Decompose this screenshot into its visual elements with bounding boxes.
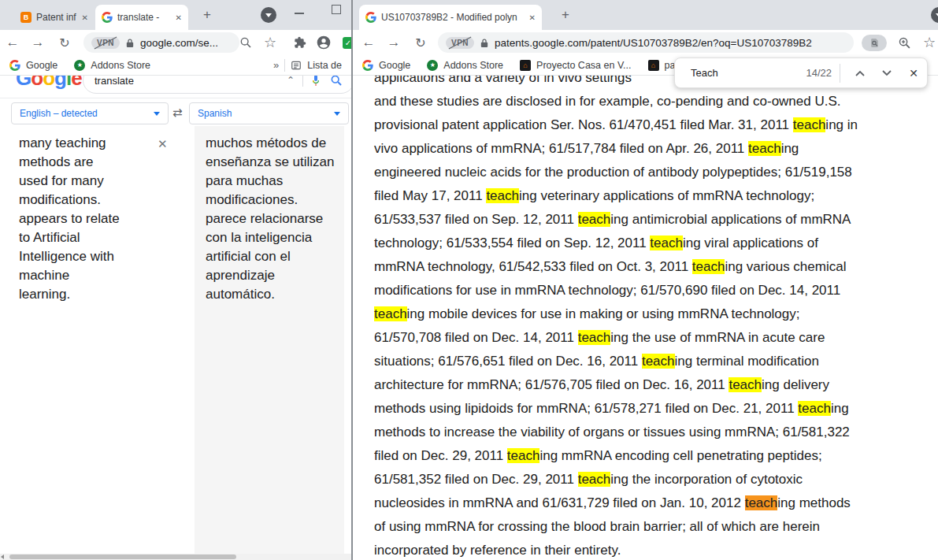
tab-patent-inf[interactable]: B Patent inf ✕: [14, 5, 95, 30]
google-g-icon: [102, 12, 113, 23]
address-bar[interactable]: VPN patents.google.com/patent/US10703789…: [438, 32, 854, 53]
patent-line: filed on Dec. 29, 2011 teaching mmRNA en…: [374, 444, 935, 468]
find-close-icon[interactable]: ✕: [900, 67, 927, 80]
bookmark-reading-list[interactable]: Lista de: [307, 60, 342, 71]
zoom-icon[interactable]: [236, 33, 255, 52]
zoom-in-icon[interactable]: [895, 33, 914, 52]
patent-line: methods to increase the viability of org…: [374, 421, 935, 444]
find-next-button[interactable]: [873, 61, 900, 85]
divider: [840, 64, 840, 83]
bookmark-star-icon[interactable]: ☆: [261, 33, 280, 52]
chevron-down-icon: [882, 70, 892, 76]
patent-line: modifications for use in mmRNA technolog…: [374, 279, 935, 302]
bookmark-proyecto-casa[interactable]: Proyecto Casa en V...: [536, 60, 631, 71]
left-tab-strip: B Patent inf ✕ translate - ✕ +: [0, 0, 351, 30]
find-query-input[interactable]: Teach: [691, 67, 806, 79]
patent-text-segment: filed May 17, 2011: [374, 188, 486, 203]
text-line: con la inteligencia: [206, 228, 335, 247]
clear-source-icon[interactable]: ✕: [158, 137, 168, 151]
text-line: modificaciones.: [206, 191, 335, 210]
google-search-page: Google translate ⌃ English – detected ⇄ …: [0, 76, 351, 560]
scroll-left-arrow-icon[interactable]: [1, 554, 4, 559]
text-line: Intelligence with: [19, 247, 120, 266]
patent-line: engineered nucleic acids for the product…: [374, 161, 935, 184]
tab-close-icon[interactable]: ✕: [529, 13, 536, 22]
text-line: used for many: [19, 172, 120, 191]
find-match-highlight: teach: [798, 401, 831, 416]
voice-search-mic-icon[interactable]: [311, 74, 321, 87]
patent-text-segment: ing viral applications of: [683, 235, 818, 250]
find-match-highlight: teach: [578, 212, 611, 227]
tab-title: translate -: [117, 12, 171, 23]
find-in-page-indicator-icon[interactable]: [862, 35, 887, 51]
horizontal-scrollbar[interactable]: [0, 554, 351, 560]
target-language-label: Spanish: [198, 108, 232, 119]
reading-list-icon: [291, 60, 302, 71]
blogger-icon: B: [20, 12, 32, 23]
tab-search-button[interactable]: [931, 7, 938, 23]
vpn-extension-badge[interactable]: VPN: [91, 37, 120, 49]
maximize-button[interactable]: [332, 5, 341, 14]
translate-source-text[interactable]: many teachingmethods areused for manymod…: [19, 134, 120, 304]
patent-line: provisional patent application Ser. Nos.…: [374, 113, 935, 137]
addons-store-icon: ★: [427, 60, 438, 71]
tab-title: Patent inf: [36, 12, 77, 23]
search-input[interactable]: translate: [95, 75, 287, 87]
address-bar[interactable]: VPN google.com/se...: [83, 32, 239, 53]
profile-avatar-icon[interactable]: [314, 33, 333, 52]
minimize-button[interactable]: [295, 13, 304, 14]
left-nav-toolbar: ← → ↻ VPN google.com/se... ☆ ✓: [0, 30, 351, 55]
reload-icon[interactable]: ↻: [55, 33, 74, 52]
google-g-icon: [362, 60, 373, 71]
bookmark-addons-store[interactable]: Addons Store: [91, 60, 150, 71]
find-previous-button[interactable]: [847, 61, 873, 85]
reload-icon[interactable]: ↻: [411, 33, 430, 52]
tab-close-icon[interactable]: ✕: [176, 13, 182, 22]
bookmark-addons-store[interactable]: Addons Store: [443, 60, 503, 71]
find-match-highlight: teach: [793, 117, 826, 132]
text-line: automático.: [206, 285, 335, 304]
tab-translate[interactable]: translate - ✕: [95, 5, 188, 30]
patent-text-segment: ing the use of mmRNA in acute care: [610, 330, 825, 345]
translate-source-panel[interactable]: many teachingmethods areused for manymod…: [0, 126, 195, 554]
text-line: methods are: [19, 153, 120, 172]
text-line: many teaching: [19, 134, 120, 153]
text-line: to Artificial: [19, 228, 120, 247]
house-favicon: ⌂: [520, 60, 531, 71]
tab-search-button[interactable]: [261, 7, 276, 23]
translate-target-text: muchos métodos deenseñanza se utilizanpa…: [206, 134, 335, 304]
magnifier-icon: [239, 36, 252, 49]
scrollbar-thumb[interactable]: [9, 554, 236, 559]
back-icon[interactable]: ←: [359, 33, 378, 52]
new-tab-button[interactable]: +: [199, 7, 215, 23]
new-tab-button[interactable]: +: [558, 7, 573, 23]
target-language-select[interactable]: Spanish: [189, 102, 349, 124]
left-browser-window: B Patent inf ✕ translate - ✕ + ← → ↻ VPN…: [0, 0, 351, 560]
bookmarks-overflow-chevron[interactable]: »: [273, 59, 279, 71]
source-language-select[interactable]: English – detected: [11, 102, 169, 124]
forward-icon[interactable]: →: [384, 33, 403, 52]
google-g-icon: [365, 12, 376, 23]
collapse-chevron-icon[interactable]: ⌃: [287, 75, 295, 86]
vpn-extension-badge[interactable]: VPN: [446, 37, 474, 49]
patent-text-segment: ing mobile devices for use in making or …: [407, 306, 800, 321]
patent-line: filed May 17, 2011 teaching veterinary a…: [374, 184, 935, 208]
patent-line: methods using lipidoids for mmRNA; 61/57…: [374, 397, 935, 421]
extension-check-icon[interactable]: ✓: [339, 33, 351, 52]
back-icon[interactable]: ←: [3, 33, 22, 52]
forward-icon[interactable]: →: [28, 33, 47, 52]
tab-close-icon[interactable]: ✕: [82, 13, 88, 22]
find-bar[interactable]: Teach 14/22 ✕: [674, 57, 928, 88]
tab-patent-us10703789b2[interactable]: US10703789B2 - Modified polyn ✕: [359, 5, 542, 30]
search-icon[interactable]: [330, 74, 343, 87]
swap-languages-icon[interactable]: ⇄: [172, 106, 183, 120]
patent-text-segment: engineered nucleic acids for the product…: [374, 165, 852, 180]
patent-line: of using mmRNA for crossing the blood br…: [374, 515, 935, 539]
extensions-puzzle-icon[interactable]: [291, 33, 310, 52]
bookmark-google[interactable]: Google: [379, 60, 410, 71]
bookmark-google[interactable]: Google: [26, 60, 57, 71]
lock-icon: [480, 38, 488, 48]
patent-text-segment: methods to increase the viability of org…: [374, 425, 850, 439]
bookmark-star-icon[interactable]: ☆: [920, 33, 938, 52]
patent-text-segment: ing in: [825, 117, 858, 132]
